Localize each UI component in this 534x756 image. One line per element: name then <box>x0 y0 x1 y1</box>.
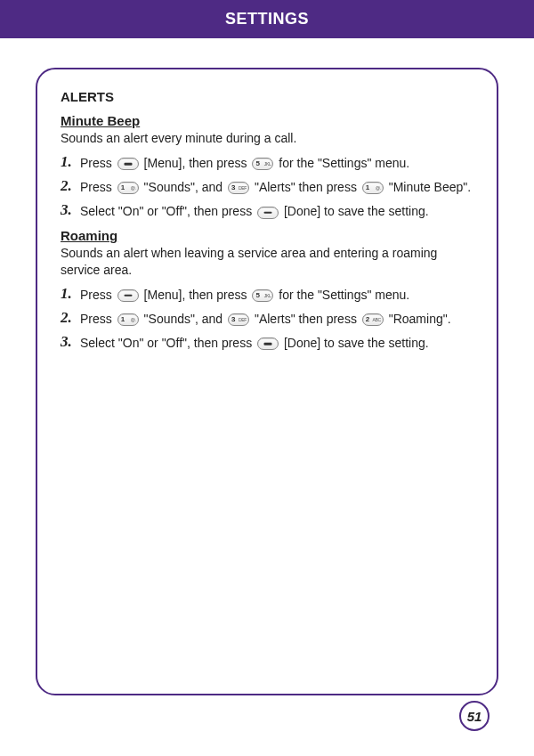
step-text: Select "On" or "Off", then press [Done] … <box>80 202 429 220</box>
step-number: 1. <box>61 286 80 303</box>
key-1-icon: 1@. <box>117 182 139 194</box>
page-number: 51 <box>459 701 490 731</box>
minute-beep-steps: 1.Press [Menu], then press 5JKL for the … <box>61 154 473 221</box>
step-text: Select "On" or "Off", then press [Done] … <box>80 334 429 352</box>
step-item: 2.Press 1@. "Sounds", and 3DEF "Alerts" … <box>61 178 473 196</box>
step-number: 2. <box>61 310 80 327</box>
step-item: 1.Press [Menu], then press 5JKL for the … <box>61 154 473 172</box>
key-5-icon: 5JKL <box>252 289 273 302</box>
key-1-icon: 1@. <box>117 313 139 326</box>
key-1-icon: 1@. <box>362 182 384 194</box>
roaming-desc: Sounds an alert when leaving a service a… <box>61 245 473 279</box>
step-number: 3. <box>61 202 80 219</box>
roaming-heading: Roaming <box>61 228 473 243</box>
header-bar: SETTINGS <box>0 0 534 38</box>
step-text: Press 1@. "Sounds", and 3DEF "Alerts" th… <box>80 310 451 328</box>
key-2-icon: 2ABC <box>362 313 384 326</box>
step-text: Press [Menu], then press 5JKL for the "S… <box>80 154 409 172</box>
softkey-icon <box>117 289 139 302</box>
softkey-icon <box>257 337 279 350</box>
step-item: 3.Select "On" or "Off", then press [Done… <box>61 334 473 352</box>
step-item: 2.Press 1@. "Sounds", and 3DEF "Alerts" … <box>61 310 473 328</box>
step-text: Press [Menu], then press 5JKL for the "S… <box>80 286 409 304</box>
roaming-steps: 1.Press [Menu], then press 5JKL for the … <box>61 286 473 353</box>
content-frame: ALERTS Minute Beep Sounds an alert every… <box>36 68 498 695</box>
section-heading: ALERTS <box>61 89 473 104</box>
softkey-icon <box>117 158 139 170</box>
page-title: SETTINGS <box>225 10 309 28</box>
key-5-icon: 5JKL <box>252 158 273 170</box>
step-number: 2. <box>61 178 80 195</box>
key-3-icon: 3DEF <box>228 313 249 326</box>
minute-beep-desc: Sounds an alert every minute during a ca… <box>61 130 473 147</box>
step-number: 3. <box>61 334 80 351</box>
minute-beep-heading: Minute Beep <box>61 113 473 128</box>
key-3-icon: 3DEF <box>228 182 249 194</box>
step-item: 3.Select "On" or "Off", then press [Done… <box>61 202 473 220</box>
step-item: 1.Press [Menu], then press 5JKL for the … <box>61 286 473 304</box>
step-number: 1. <box>61 154 80 171</box>
softkey-icon <box>257 207 279 219</box>
step-text: Press 1@. "Sounds", and 3DEF "Alerts" th… <box>80 178 471 196</box>
